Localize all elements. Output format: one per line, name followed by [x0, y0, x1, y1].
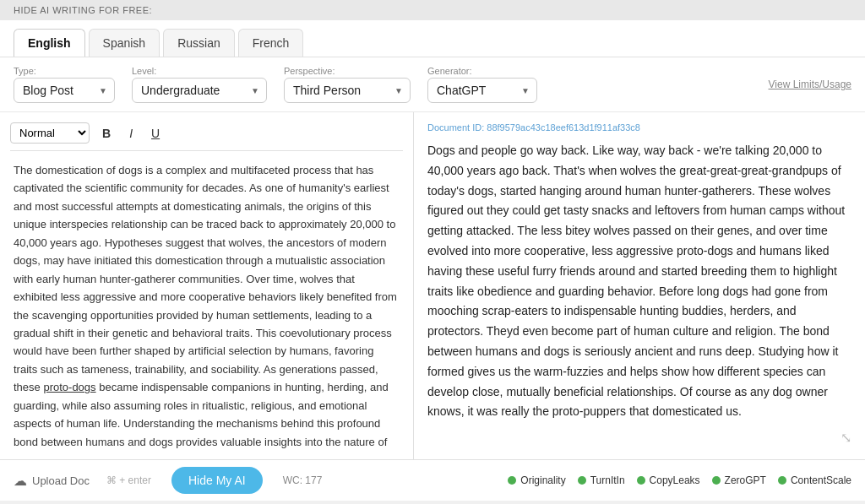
- zerogpt-dot: [712, 476, 721, 485]
- format-select[interactable]: Normal Heading 1 Heading 2: [10, 122, 90, 144]
- generator-select[interactable]: ChatGPT GPT-4 Gemini Claude: [437, 84, 511, 97]
- perspective-select-wrapper[interactable]: Third Person First Person Second Person: [284, 78, 411, 103]
- turnitin-label: TurnItIn: [590, 474, 625, 486]
- checker-turnitin[interactable]: TurnItIn: [578, 474, 625, 486]
- content-area: Normal Heading 1 Heading 2 B I U The dom…: [0, 112, 865, 459]
- generator-label: Generator:: [427, 66, 537, 76]
- controls-row: Type: Blog Post Essay Article Email Leve…: [0, 57, 865, 112]
- italic-button[interactable]: I: [123, 124, 139, 143]
- perspective-select[interactable]: Third Person First Person Second Person: [293, 84, 384, 97]
- tab-english[interactable]: English: [14, 29, 85, 57]
- word-count: WC: 177: [283, 474, 323, 486]
- banner-text: HIDE AI WRITING FOR FREE:: [14, 5, 152, 15]
- checker-zerogpt[interactable]: ZeroGPT: [712, 474, 766, 486]
- type-label: Type:: [14, 66, 115, 76]
- originality-dot: [508, 476, 516, 485]
- level-label: Level:: [132, 66, 267, 76]
- tab-spanish[interactable]: Spanish: [89, 29, 160, 57]
- shortcut-hint: ⌘ + enter: [106, 474, 151, 486]
- tab-french[interactable]: French: [238, 29, 304, 57]
- type-select[interactable]: Blog Post Essay Article Email: [23, 84, 89, 97]
- copyleaks-dot: [637, 476, 645, 485]
- perspective-control: Perspective: Third Person First Person S…: [284, 66, 411, 103]
- document-id: Document ID: 88f9579ac43c18eef613d1f911a…: [427, 122, 851, 133]
- originality-label: Originality: [520, 474, 565, 486]
- type-control: Type: Blog Post Essay Article Email: [14, 66, 115, 103]
- level-control: Level: Undergraduate High School Graduat…: [132, 66, 267, 103]
- main-container: English Spanish Russian French Type: Blo…: [0, 20, 865, 501]
- upload-doc-button[interactable]: ☁ Upload Doc: [14, 473, 90, 489]
- underline-button[interactable]: U: [145, 124, 166, 143]
- language-tabs: English Spanish Russian French: [0, 20, 865, 57]
- checker-row: Originality TurnItIn CopyLeaks ZeroGPT C…: [508, 474, 851, 486]
- generator-control: Generator: ChatGPT GPT-4 Gemini Claude: [427, 66, 537, 103]
- level-select[interactable]: Undergraduate High School Graduate: [141, 84, 241, 97]
- bold-button[interactable]: B: [96, 124, 117, 143]
- cloud-icon: ☁: [14, 473, 27, 489]
- level-select-wrapper[interactable]: Undergraduate High School Graduate: [132, 78, 267, 103]
- contentscale-dot: [778, 476, 786, 485]
- resize-icon: ⤡: [841, 430, 851, 446]
- view-limits-link[interactable]: View Limits/Usage: [769, 79, 851, 90]
- turnitin-dot: [578, 476, 586, 485]
- editor-content[interactable]: The domestication of dogs is a complex a…: [10, 158, 403, 449]
- checker-originality[interactable]: Originality: [508, 474, 565, 486]
- zerogpt-label: ZeroGPT: [725, 474, 766, 486]
- editor-toolbar: Normal Heading 1 Heading 2 B I U: [10, 122, 403, 151]
- hide-my-ai-button[interactable]: Hide My AI: [171, 467, 263, 494]
- top-banner: HIDE AI WRITING FOR FREE:: [0, 0, 865, 20]
- generator-select-wrapper[interactable]: ChatGPT GPT-4 Gemini Claude: [427, 78, 537, 103]
- contentscale-label: ContentScale: [791, 474, 851, 486]
- left-panel: Normal Heading 1 Heading 2 B I U The dom…: [0, 112, 414, 459]
- upload-label: Upload Doc: [32, 474, 90, 487]
- checker-contentscale[interactable]: ContentScale: [778, 474, 851, 486]
- checker-copyleaks[interactable]: CopyLeaks: [637, 474, 700, 486]
- tab-russian[interactable]: Russian: [163, 29, 235, 57]
- editor-text: The domestication of dogs is a complex a…: [14, 161, 400, 449]
- type-select-wrapper[interactable]: Blog Post Essay Article Email: [14, 78, 115, 103]
- bottom-bar: ☁ Upload Doc ⌘ + enter Hide My AI WC: 17…: [0, 459, 865, 501]
- result-text: Dogs and people go way back. Like way, w…: [427, 141, 851, 426]
- perspective-label: Perspective:: [284, 66, 411, 76]
- copyleaks-label: CopyLeaks: [650, 474, 700, 486]
- resize-area: ⤡: [427, 426, 851, 449]
- right-panel: Document ID: 88f9579ac43c18eef613d1f911a…: [414, 112, 865, 459]
